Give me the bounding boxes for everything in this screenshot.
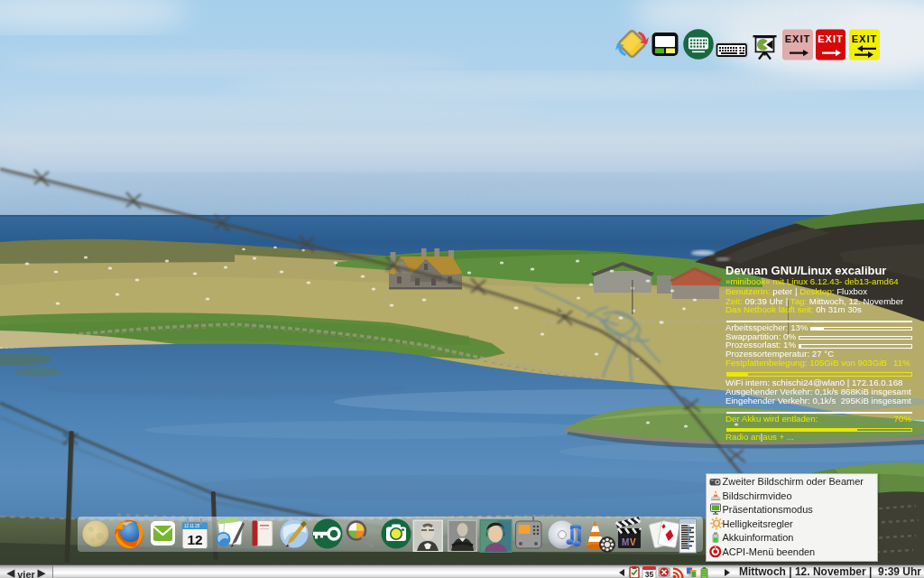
svg-text:V: V <box>630 537 636 547</box>
svg-text:12 11 25: 12 11 25 <box>184 524 200 528</box>
svg-text:M: M <box>622 537 629 547</box>
svg-text:35: 35 <box>645 569 654 578</box>
svg-text:12: 12 <box>187 532 202 547</box>
